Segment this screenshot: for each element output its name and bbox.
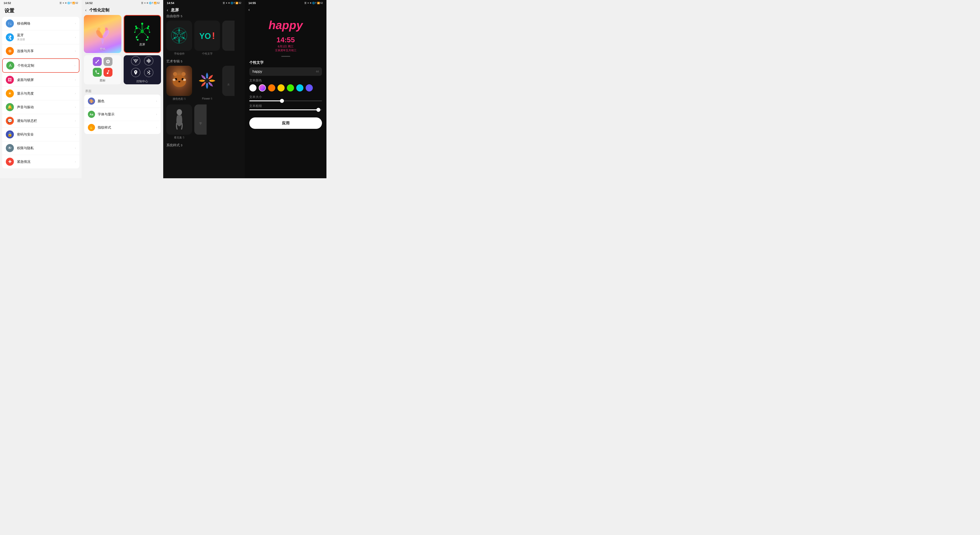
status-icons-p3: 置 ✦ ❄ 🌐 ‼ 📶 62 [223, 2, 241, 5]
section-art-album: 艺术专辑 5 [166, 59, 242, 64]
icon-bluetooth [6, 33, 14, 41]
back-button-p3[interactable]: ‹ [167, 8, 168, 13]
back-button-p2[interactable]: ‹ [85, 8, 86, 13]
back-button-p4[interactable]: ‹ [248, 7, 250, 12]
page-title-p3: 息屏 [171, 7, 179, 13]
settings-item-password[interactable]: 🔒 密码与安全 › [2, 128, 80, 141]
chevron-personalization: › [75, 64, 75, 67]
p2-item-fingerprint[interactable]: ✋ 指纹样式 › [84, 121, 161, 134]
color-cyan[interactable] [296, 84, 304, 91]
label-bluetooth: 蓝牙 [17, 33, 73, 37]
text-size-section: 文本大小 [249, 95, 322, 101]
icon-desktop: 🖼 [6, 76, 14, 84]
aod-thumb-partial2[interactable]: 未 [222, 66, 235, 96]
text-input-field[interactable] [253, 70, 316, 73]
icon-card-label: 图标 [100, 78, 105, 83]
settings-item-display[interactable]: ☀ 显示与亮度 › [2, 87, 80, 100]
svg-point-12 [137, 39, 138, 40]
aod-card[interactable]: 息屏 [124, 15, 161, 53]
icon-fingerprint: ✋ [88, 124, 95, 131]
aod-thumb-yo[interactable]: YO ! [194, 21, 220, 51]
aod-thumb-partial-wrap [222, 21, 235, 56]
aod-label: 息屏 [139, 43, 145, 46]
chevron-notification: › [75, 119, 76, 123]
settings-item-personalization[interactable]: A 个性化定制 › [2, 58, 80, 73]
size-thumb[interactable] [280, 99, 284, 103]
svg-point-16 [148, 26, 149, 27]
statue-label: 看见集 5 [174, 136, 184, 140]
color-orange[interactable] [268, 84, 275, 91]
p2-item-color[interactable]: 🎨 颜色 › [84, 95, 161, 108]
p2-item-font[interactable]: Aa 字体与显示 › [84, 108, 161, 121]
icon-emergency: ✚ [6, 158, 14, 166]
section-system-style: 系统样式 3 [166, 143, 242, 147]
clock-big: 14:55 [245, 36, 326, 44]
color-gradient[interactable] [259, 84, 266, 91]
happy-preview-text: happy [245, 14, 326, 34]
icon-card[interactable]: 图标 [84, 55, 121, 84]
icon-phone-sq [93, 68, 102, 77]
svg-point-33 [207, 83, 207, 84]
settings-title: 设置 [0, 6, 82, 17]
label-fingerprint: 指纹样式 [98, 126, 111, 129]
settings-item-connect[interactable]: ⊕ 连接与共享 › [2, 44, 80, 58]
bear-label: 濒危色彩 5 [173, 97, 186, 101]
size-track[interactable] [249, 100, 322, 101]
icon-display: ☀ [6, 89, 14, 97]
control-card[interactable]: 控制中心 [124, 55, 161, 84]
weight-thumb[interactable] [317, 108, 320, 112]
color-green[interactable] [287, 84, 294, 91]
aod-thumb-bear-wrap: 濒危色彩 5 [166, 66, 192, 101]
icon-notification: 💬 [6, 117, 14, 125]
status-bar-p4: 14:55 置 ✦ ❄ 🌐 ‼ 📶 62 [245, 0, 326, 6]
control-bt-icon [144, 68, 153, 77]
svg-point-14 [141, 30, 143, 33]
time-p2: 14:52 [85, 2, 92, 5]
aod-thumb-statue-wrap: 看见集 5 [166, 104, 192, 140]
settings-list: ↑↓ 移动网络 › 蓝牙 未连接 › ⊕ 连接与共享 › [2, 17, 80, 169]
color-yellow[interactable] [277, 84, 285, 91]
lunar-line: 壬寅虎年五月初三 [245, 49, 326, 53]
settings-item-emergency[interactable]: ✚ 紧急情况 › [2, 155, 80, 169]
aod-thumb-text[interactable]: 字 [194, 104, 207, 135]
apply-button[interactable]: 应用 [249, 118, 322, 129]
settings-item-bluetooth[interactable]: 蓝牙 未连接 › [2, 30, 80, 44]
svg-point-13 [146, 39, 147, 40]
settings-item-sound[interactable]: 🔔 声音与振动 › [2, 100, 80, 114]
panel-aod-preview: 14:55 置 ✦ ❄ 🌐 ‼ 📶 62 ‹ happy 14:55 6月1日 … [245, 0, 326, 178]
aod-thumb-partial[interactable] [222, 21, 235, 51]
color-white[interactable] [249, 84, 256, 91]
svg-point-7 [136, 27, 137, 29]
sub-bluetooth: 未连接 [17, 38, 73, 41]
settings-item-permission[interactable]: 👁 权限与隐私 › [2, 141, 80, 155]
svg-point-29 [207, 77, 207, 78]
flower-label: Flower 6 [202, 97, 212, 100]
text-weight-section: 文本粗细 [249, 104, 322, 110]
weight-track[interactable] [249, 109, 322, 110]
status-icons-p1: 置 ✦ ❄ 🌐 ‼ 📶 62 [59, 2, 78, 5]
chevron-mobile: › [75, 22, 76, 25]
chevron-emergency: › [75, 160, 76, 163]
section-free-creation: 自由创作 5 [166, 14, 242, 18]
chevron-bluetooth: › [75, 36, 76, 39]
aod-thumb-statue[interactable] [166, 104, 192, 135]
custom-text-title: 个性文字 [249, 61, 322, 65]
settings-item-notification[interactable]: 💬 通知与状态栏 › [2, 114, 80, 128]
aod-thumb-partial2-wrap: 未 [222, 66, 235, 101]
wallpaper-card[interactable]: 壁纸 [84, 15, 121, 53]
control-label: 控制中心 [137, 80, 148, 83]
aod-thumb-mandala[interactable] [166, 21, 192, 51]
aod-thumb-flower[interactable] [194, 66, 220, 96]
aod-thumb-bear[interactable] [166, 66, 192, 96]
yo-exclaim: ! [212, 30, 215, 41]
settings-item-desktop[interactable]: 🖼 桌面与锁屏 › [2, 73, 80, 87]
drag-handle [281, 56, 290, 57]
settings-item-mobile[interactable]: ↑↓ 移动网络 › [2, 17, 80, 30]
chevron-sound: › [75, 105, 76, 109]
status-bar-p3: 14:54 置 ✦ ❄ 🌐 ‼ 📶 62 [163, 0, 245, 6]
chevron-password: › [75, 133, 76, 136]
color-blue[interactable] [305, 84, 313, 91]
chevron-desktop: › [75, 78, 76, 81]
label-color: 颜色 [98, 99, 104, 103]
chevron-color: › [156, 100, 157, 103]
